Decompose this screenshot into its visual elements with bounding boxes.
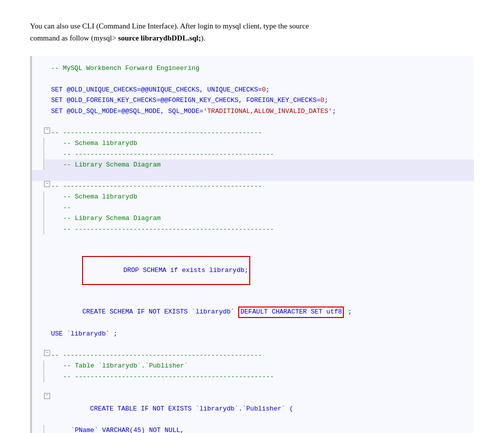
intro-text3: ). bbox=[201, 34, 206, 42]
code-text bbox=[51, 339, 468, 350]
code-text: SET @OLD_SQL_MODE=@@SQL_MODE, SQL_MODE='… bbox=[51, 106, 468, 116]
code-text: -- -------------------------------------… bbox=[63, 372, 468, 382]
code-text: -- bbox=[63, 202, 468, 213]
code-line: SET @OLD_FOREIGN_KEY_CHECKS=@@FOREIGN_KE… bbox=[32, 95, 474, 106]
create-table-text: CREATE TABLE IF NOT EXISTS `librarydb`.`… bbox=[51, 393, 468, 425]
fold-content-1: -- Schema librarydb -- -----------------… bbox=[44, 138, 474, 170]
code-text: USE `librarydb` ; bbox=[51, 328, 468, 339]
code-text bbox=[51, 74, 468, 84]
table-fields: `PName` VARCHAR(45) NOT NULL, `PAddress`… bbox=[44, 425, 474, 433]
code-line: -- -------------------------------------… bbox=[44, 224, 474, 234]
code-line: `PName` VARCHAR(45) NOT NULL, bbox=[44, 425, 474, 433]
code-text: -- Schema librarydb bbox=[63, 192, 468, 202]
code-text: -- MySQL Workbench Forward Engineering bbox=[51, 63, 468, 74]
code-line bbox=[32, 116, 474, 127]
code-line: − -- -----------------------------------… bbox=[32, 350, 474, 360]
code-text: `PName` VARCHAR(45) NOT NULL, bbox=[63, 425, 468, 433]
code-line: -- bbox=[44, 202, 474, 213]
code-line: -- MySQL Workbench Forward Engineering bbox=[32, 63, 474, 74]
code-line bbox=[32, 234, 474, 245]
code-line bbox=[32, 170, 474, 180]
code-line: − -- -----------------------------------… bbox=[32, 128, 474, 138]
intro-text1: You can also use CLI (Command Line Inter… bbox=[30, 22, 309, 30]
code-line bbox=[32, 382, 474, 392]
create-schema-line: CREATE SCHEMA IF NOT EXISTS `librarydb` … bbox=[32, 296, 474, 328]
code-line: -- -------------------------------------… bbox=[44, 372, 474, 382]
fold-group-2: − -- -----------------------------------… bbox=[32, 181, 474, 234]
code-line: USE `librarydb` ; bbox=[32, 328, 474, 339]
code-text bbox=[51, 116, 468, 127]
code-text: -- Schema librarydb bbox=[63, 138, 468, 148]
code-text: -- -------------------------------------… bbox=[51, 128, 468, 138]
code-text: -- -------------------------------------… bbox=[63, 149, 468, 160]
intro-text2: command as follow (mysql> bbox=[30, 34, 118, 42]
code-line bbox=[32, 74, 474, 84]
fold-group-1: − -- -----------------------------------… bbox=[32, 128, 474, 170]
fold-icon-2[interactable]: − bbox=[44, 181, 50, 187]
code-line: -- -------------------------------------… bbox=[44, 149, 474, 160]
drop-schema-line: DROP SCHEMA if exists librarydb; bbox=[32, 245, 474, 296]
code-text bbox=[51, 170, 468, 180]
code-line: SET @OLD_SQL_MODE=@@SQL_MODE, SQL_MODE='… bbox=[32, 106, 474, 116]
code-line: -- Schema librarydb bbox=[44, 138, 474, 148]
code-line: -- Library Schema Diagram bbox=[44, 213, 474, 224]
intro-paragraph: You can also use CLI (Command Line Inter… bbox=[30, 20, 474, 44]
code-text: -- Table `librarydb`.`Publisher` bbox=[63, 360, 468, 371]
create-table-group: − CREATE TABLE IF NOT EXISTS `librarydb`… bbox=[32, 393, 474, 433]
fold-content-3: -- Table `librarydb`.`Publisher` -- ----… bbox=[44, 360, 474, 382]
code-line: SET @OLD_UNIQUE_CHECKS=@@UNIQUE_CHECKS, … bbox=[32, 84, 474, 95]
code-text bbox=[51, 234, 468, 245]
code-line: -- Schema librarydb bbox=[44, 192, 474, 202]
page-container: You can also use CLI (Command Line Inter… bbox=[0, 0, 504, 433]
code-area: -- MySQL Workbench Forward Engineering S… bbox=[30, 56, 474, 433]
fold-icon-4[interactable]: − bbox=[44, 393, 50, 399]
code-text: -- -------------------------------------… bbox=[51, 181, 468, 192]
fold-group-3: − -- -----------------------------------… bbox=[32, 350, 474, 382]
fold-icon[interactable]: − bbox=[44, 128, 50, 134]
code-text: -- -------------------------------------… bbox=[63, 224, 468, 234]
fold-content-2: -- Schema librarydb -- -- Library Schema… bbox=[44, 192, 474, 234]
code-text: SET @OLD_UNIQUE_CHECKS=@@UNIQUE_CHECKS, … bbox=[51, 84, 468, 95]
drop-schema-text: DROP SCHEMA if exists librarydb; bbox=[51, 245, 468, 296]
code-text: -- -------------------------------------… bbox=[51, 350, 468, 360]
intro-bold: source librarydbDDL.sql; bbox=[118, 34, 201, 42]
code-text bbox=[51, 382, 468, 392]
code-line: -- Library Schema Diagram bbox=[44, 160, 474, 170]
code-line: − -- -----------------------------------… bbox=[32, 181, 474, 192]
fold-icon-3[interactable]: − bbox=[44, 350, 50, 356]
create-table-line: − CREATE TABLE IF NOT EXISTS `librarydb`… bbox=[32, 393, 474, 425]
code-text: -- Library Schema Diagram bbox=[63, 213, 468, 224]
code-line: -- Table `librarydb`.`Publisher` bbox=[44, 360, 474, 371]
code-text: SET @OLD_FOREIGN_KEY_CHECKS=@@FOREIGN_KE… bbox=[51, 95, 468, 106]
code-text: -- Library Schema Diagram bbox=[63, 160, 468, 170]
code-line bbox=[32, 339, 474, 350]
create-schema-text: CREATE SCHEMA IF NOT EXISTS `librarydb` … bbox=[51, 296, 468, 328]
